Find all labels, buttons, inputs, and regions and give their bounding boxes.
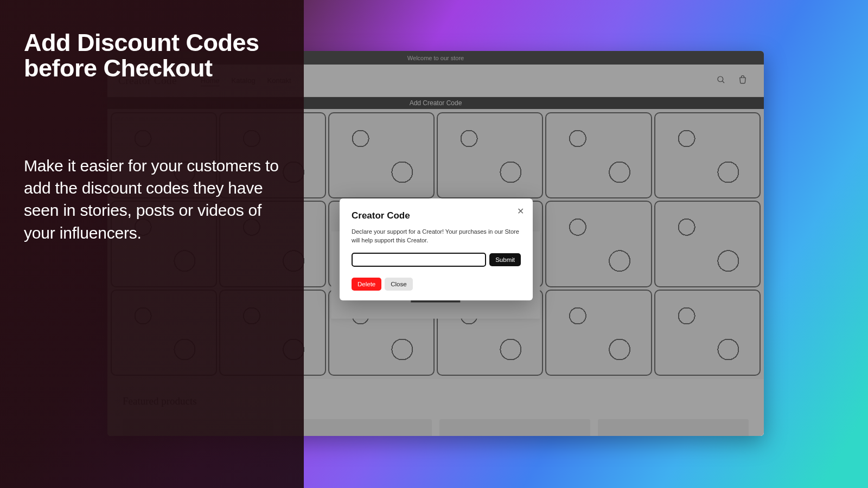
submit-button[interactable]: Submit — [489, 253, 521, 266]
marketing-heading: Add Discount Codes before Checkout — [24, 30, 280, 81]
close-icon[interactable]: ✕ — [515, 206, 525, 216]
creator-code-modal: ✕ Creator Code Declare your support for … — [340, 198, 533, 300]
modal-description: Declare your support for a Creator! Your… — [352, 228, 521, 245]
delete-button[interactable]: Delete — [352, 278, 381, 291]
marketing-body: Make it easier for your customers to add… — [24, 155, 280, 245]
close-button[interactable]: Close — [385, 278, 412, 291]
creator-code-input[interactable] — [352, 253, 486, 267]
modal-title: Creator Code — [352, 210, 521, 221]
modal-actions: Delete Close — [352, 278, 521, 291]
code-input-row: Submit — [352, 253, 521, 267]
marketing-overlay: Add Discount Codes before Checkout Make … — [0, 0, 304, 488]
